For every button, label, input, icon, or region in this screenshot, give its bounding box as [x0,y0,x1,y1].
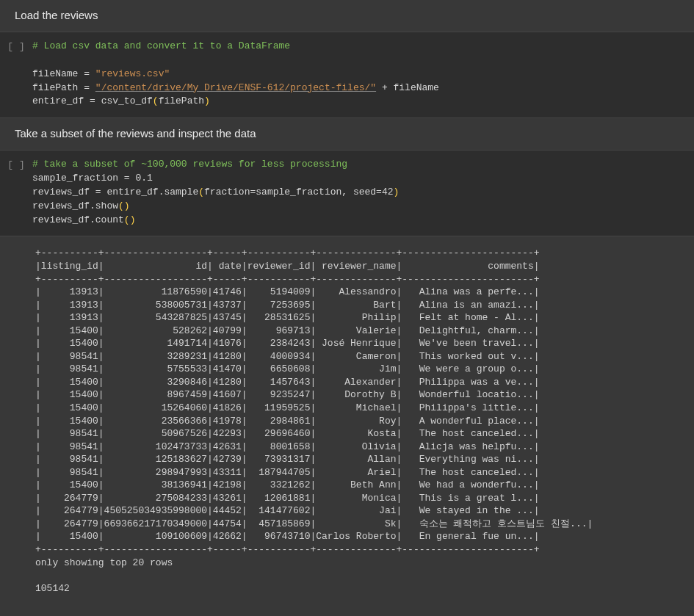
paren-close: ) [204,95,210,106]
paren-open: ( [124,214,130,225]
code-string-path[interactable]: "/content/drive/My Drive/ENSF-612/projec… [95,82,376,93]
section-heading-load: Load the reviews [0,0,694,32]
paren-close: ) [394,186,400,198]
paren-close: ) [124,200,130,211]
code-token: fileName [394,82,439,93]
code-token: csv_to_df [101,95,153,106]
code-token: = [84,95,101,106]
section-heading-subset: Take a subset of the reviews and inspect… [0,118,694,150]
code-comment: # take a subset of ~100,000 reviews for … [32,159,347,170]
cell-gutter-1[interactable]: [ ] [0,40,32,109]
paren-open: ( [153,95,159,106]
code-cell-2[interactable]: [ ] # take a subset of ~100,000 reviews … [0,150,694,236]
code-token: fraction=sample_fraction, seed=42 [204,186,393,198]
code-body-2[interactable]: # take a subset of ~100,000 reviews for … [32,158,694,227]
code-token: filePath [159,95,204,106]
code-comment: # Load csv data and convert it to a Data… [32,40,290,51]
code-token: + [376,82,393,93]
paren-open: ( [118,200,124,211]
cell-output-2: +----------+------------------+-----+---… [0,236,694,605]
code-token: reviews_df.show [32,200,118,211]
code-token: reviews_df = entire_df.sample [32,186,198,198]
code-string: "reviews.csv" [95,68,170,79]
code-token: entire_df [32,95,84,106]
code-token: = [78,82,95,93]
paren-close: ) [130,214,136,225]
code-token: fileName [32,68,78,79]
code-token: filePath [32,82,78,93]
code-cell-1[interactable]: [ ] # Load csv data and convert it to a … [0,32,694,118]
code-token: = [78,68,95,79]
code-line: sample_fraction = 0.1 [32,173,153,184]
paren-open: ( [198,186,204,198]
cell-gutter-2[interactable]: [ ] [0,158,32,227]
code-body-1[interactable]: # Load csv data and convert it to a Data… [32,40,694,109]
code-token: reviews_df.count [32,214,124,225]
